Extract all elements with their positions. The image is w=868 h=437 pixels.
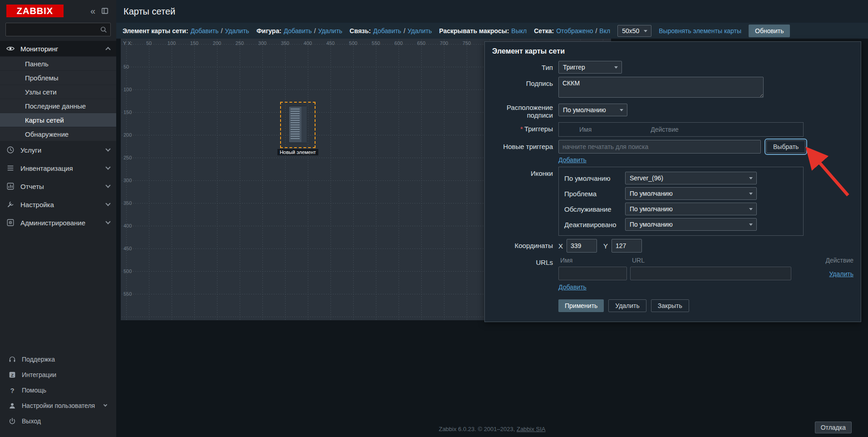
sidebar-item-label: Инвентаризация [20,164,100,172]
map-element-label: Новый элемент [277,149,318,155]
sidebar-item-discovery[interactable]: Обнаружение [0,127,116,141]
report-icon [6,182,15,190]
ruler-label-x: 100 [168,40,176,46]
sidebar-item-label: Мониторинг [20,45,100,53]
sidebar-item-problems[interactable]: Проблемы [0,70,116,84]
add-url-link[interactable]: Добавить [558,283,587,291]
label-location-label: Расположение подписи [492,101,558,119]
urls-label: URLs [492,256,558,294]
map-element-new[interactable]: Новый элемент [280,102,316,148]
urls-action-header: Действие [801,257,853,264]
sidebar-item-hosts[interactable]: Узлы сети [0,84,116,99]
close-button[interactable]: Закрыть [651,299,689,312]
chevron-down-icon [105,219,110,224]
icons-label: Иконки [492,167,558,236]
grid-on-link[interactable]: Вкл [599,27,610,35]
new-triggers-row: Новые триггера Выбрать [492,140,853,154]
icon-disabled-select[interactable]: По умолчанию [625,218,757,231]
type-select[interactable]: Триггер [558,61,622,74]
coordinate-y-input[interactable] [612,239,642,253]
form-title: Элемент карты сети [492,47,853,55]
icon-default-select[interactable]: Server_(96) [625,172,757,184]
ruler-label-y: 100 [123,87,132,92]
eye-icon [6,45,15,53]
sidebar-item-integrations[interactable]: Z Интеграции [0,367,116,382]
url-name-input[interactable] [558,267,627,280]
separator: / [404,27,405,35]
link-remove-link[interactable]: Удалить [408,27,432,35]
grid-size-select[interactable]: 50x50 [617,25,651,37]
hide-sidebar-icon[interactable] [101,7,109,15]
icon-problem-row: Проблема По умолчанию [564,187,798,200]
url-remove-link[interactable]: Удалить [829,270,853,278]
delete-button[interactable]: Удалить [608,299,646,312]
label-location-value: По умолчанию [563,106,606,114]
search-icon[interactable] [99,25,108,34]
label-textarea[interactable]: СККМ [558,77,764,98]
align-elements-link[interactable]: Выровнять элементы карты [659,27,741,35]
label-location-row: Расположение подписи По умолчанию [492,101,853,119]
ruler-label-x: 600 [395,40,403,46]
sidebar-item-latest-data[interactable]: Последние данные [0,99,116,113]
svg-text:Z: Z [11,372,14,377]
icon-maintenance-select[interactable]: По умолчанию [625,203,757,215]
sidebar-footer: Поддержка Z Интеграции ? Помощь Настройк… [0,352,116,437]
sidebar-item-reports[interactable]: Отчеты [0,177,116,195]
new-triggers-input[interactable] [558,140,761,154]
sidebar-item-signout[interactable]: Выход [0,413,116,429]
sidebar-item-dashboard[interactable]: Панель [0,56,116,70]
sidebar-item-help[interactable]: ? Помощь [0,382,116,398]
expand-macros-label: Раскрывать макросы: [439,27,509,35]
urls-name-header: Имя [560,257,632,264]
sidebar-item-user-settings[interactable]: Настройки пользователя [0,398,116,413]
shape-add-link[interactable]: Добавить [284,27,312,35]
sidebar-item-services[interactable]: Услуги [0,141,116,159]
sidebar-item-maps[interactable]: Карты сетей [0,113,116,127]
zabbix-logo[interactable]: ZABBIX [6,5,64,17]
map-element-add-link[interactable]: Добавить [191,27,219,35]
sidebar-item-label: Интеграции [22,371,56,378]
url-url-input[interactable] [630,267,791,280]
sidebar-item-configuration[interactable]: Настройка [0,195,116,214]
add-trigger-link[interactable]: Добавить [558,156,587,164]
ruler-corner-label: Y X: [123,40,133,46]
type-row: Тип Триггер [492,61,853,74]
ruler-label-x: 200 [213,40,221,46]
sidebar-item-inventory[interactable]: Инвентаризация [0,159,116,177]
ruler-label-x: 50 [146,40,152,46]
label-location-select[interactable]: По умолчанию [558,104,627,116]
map-element-group-label: Элемент карты сети: [123,27,188,35]
ruler-label-x: 500 [349,40,357,46]
clock-icon [6,146,15,154]
link-add-link[interactable]: Добавить [373,27,401,35]
search-input[interactable] [5,23,111,36]
collapse-sidebar-icon[interactable]: « [90,8,95,14]
icon-default-label: По умолчанию [564,174,625,182]
icon-problem-select[interactable]: По умолчанию [625,187,757,200]
monitoring-submenu: Панель Проблемы Узлы сети Последние данн… [0,56,116,141]
icon-problem-value: По умолчанию [630,190,673,197]
expand-macros-toggle-link[interactable]: Выкл [511,27,527,35]
page-title: Карты сетей [123,6,175,17]
integrations-icon: Z [8,371,16,379]
select-trigger-button[interactable]: Выбрать [766,140,805,153]
sidebar-item-administration[interactable]: Администрирование [0,214,116,232]
zabbix-sia-link[interactable]: Zabbix SIA [517,426,546,432]
map-element-remove-link[interactable]: Удалить [225,27,249,35]
sidebar-item-support[interactable]: Поддержка [0,352,116,367]
shape-remove-link[interactable]: Удалить [318,27,342,35]
ruler-label-y: 50 [123,64,129,70]
signout-icon [8,417,16,425]
sidebar-item-monitoring[interactable]: Мониторинг [0,41,116,56]
debug-button[interactable]: Отладка [815,422,852,433]
coordinate-x-input[interactable] [567,239,597,253]
grid-shown-link[interactable]: Отображено [556,27,593,35]
apply-button[interactable]: Применить [558,299,604,312]
sidebar-logo-row: ZABBIX « [0,0,116,21]
link-group-label: Связь: [350,27,371,35]
update-button[interactable]: Обновить [749,25,790,37]
separator: / [595,27,597,35]
chevron-down-icon [105,164,110,169]
map-element-form: Элемент карты сети Тип Триггер Подпись С… [484,41,861,322]
sidebar-item-label: Услуги [20,146,100,154]
